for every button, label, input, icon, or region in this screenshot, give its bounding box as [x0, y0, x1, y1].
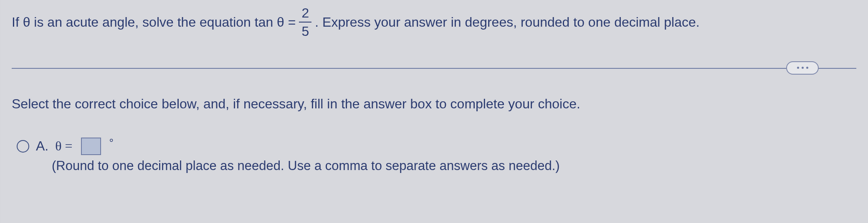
- more-options-button[interactable]: [786, 61, 819, 75]
- ellipsis-icon: [797, 67, 799, 69]
- section-divider: [12, 68, 856, 69]
- ellipsis-icon: [806, 67, 808, 69]
- question-trailing: . Express your answer in degrees, rounde…: [315, 14, 699, 30]
- degree-unit: °: [109, 136, 114, 149]
- answer-input-a[interactable]: [81, 138, 101, 155]
- ellipsis-icon: [802, 67, 804, 69]
- choice-a-hint: (Round to one decimal place as needed. U…: [52, 158, 856, 173]
- choice-a-row: A. θ = °: [17, 138, 856, 155]
- choice-a-label: A.: [36, 138, 48, 154]
- question-area: If θ is an acute angle, solve the equati…: [0, 0, 868, 40]
- instruction-text: Select the correct choice below, and, if…: [12, 96, 856, 112]
- question-text: If θ is an acute angle, solve the equati…: [12, 5, 856, 40]
- fraction-denominator: 5: [299, 23, 311, 39]
- divider-area: [12, 68, 856, 69]
- question-leading: If θ is an acute angle, solve the equati…: [12, 14, 296, 30]
- fraction: 2 5: [299, 5, 311, 40]
- choice-a-prefix: θ =: [55, 138, 72, 154]
- radio-choice-a[interactable]: [17, 140, 29, 153]
- fraction-numerator: 2: [299, 5, 311, 23]
